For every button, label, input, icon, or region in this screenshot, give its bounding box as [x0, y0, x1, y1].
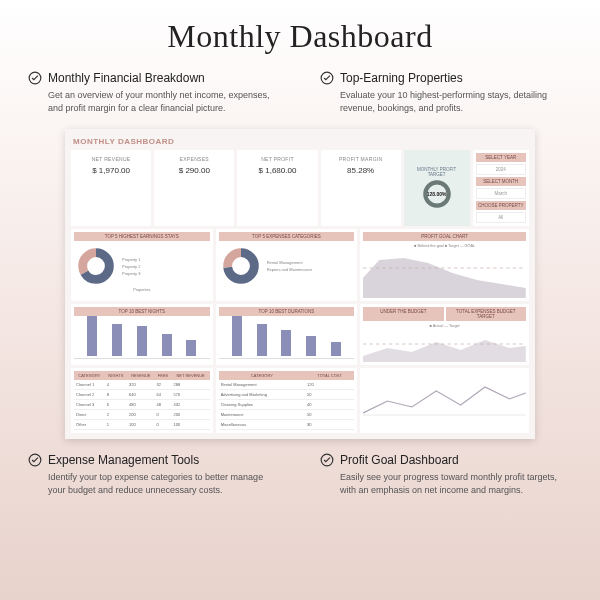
feature-title: Expense Management Tools — [48, 453, 199, 467]
table-row: Cleaning Supplies40 — [219, 400, 355, 410]
table-row: Direct22000200 — [74, 410, 210, 420]
feature-block: Profit Goal Dashboard Easily see your pr… — [320, 453, 572, 497]
trend-panel — [360, 368, 529, 433]
check-icon — [320, 453, 334, 467]
table-row: Rental Management120 — [219, 380, 355, 390]
bookings-table: CATEGORYNIGHTSREVENUEFEESNET REVENUE Cha… — [71, 368, 213, 433]
kpi-card: NET REVENUE$ 1,970.00 — [71, 150, 151, 226]
donut-panel: TOP 5 HIGHEST EARNINGS STAYS Property 1 … — [71, 229, 213, 301]
check-icon — [320, 71, 334, 85]
check-icon — [28, 71, 42, 85]
feature-desc: Get an overview of your monthly net inco… — [48, 89, 280, 115]
property-select[interactable]: All — [476, 212, 527, 223]
check-icon — [28, 453, 42, 467]
feature-desc: Easily see your progress toward monthly … — [340, 471, 572, 497]
gauge-icon: 128.00% — [422, 179, 452, 209]
table-row: Other11000100 — [74, 420, 210, 430]
feature-title: Top-Earning Properties — [340, 71, 463, 85]
dashboard-preview: MONTHLY DASHBOARD NET REVENUE$ 1,970.00 … — [65, 129, 535, 439]
table-row: Maintenance50 — [219, 410, 355, 420]
feature-title: Profit Goal Dashboard — [340, 453, 459, 467]
area-chart — [363, 248, 526, 298]
feature-title: Monthly Financial Breakdown — [48, 71, 205, 85]
table-row: Channel 3648048432 — [74, 400, 210, 410]
month-select[interactable]: March — [476, 188, 527, 199]
profit-chart-panel: PROFIT GOAL CHART ■ Behind the goal ■ Ta… — [360, 229, 529, 301]
budget-panel: UNDER THE BUDGETTOTAL EXPENSES BUDGET TA… — [360, 304, 529, 365]
kpi-card: EXPENSES$ 290.00 — [154, 150, 234, 226]
bar-panel: TOP 10 BEST NIGHTS — [71, 304, 213, 365]
table-row: Channel 1432032288 — [74, 380, 210, 390]
expenses-table: CATEGORYTOTAL COST Rental Management120 … — [216, 368, 358, 433]
kpi-card: NET PROFIT$ 1,680.00 — [237, 150, 317, 226]
area-chart — [363, 328, 526, 362]
line-chart — [363, 371, 526, 417]
feature-block: Expense Management Tools Identify your t… — [28, 453, 280, 497]
feature-block: Top-Earning Properties Evaluate your 10 … — [320, 71, 572, 115]
kpi-row: NET REVENUE$ 1,970.00 EXPENSES$ 290.00 N… — [71, 150, 529, 226]
bar-panel: TOP 10 BEST DURATIONS — [216, 304, 358, 365]
dashboard-header: MONTHLY DASHBOARD — [71, 135, 529, 150]
features-bottom: Expense Management Tools Identify your t… — [28, 453, 572, 497]
kpi-card: PROFIT MARGIN85.28% — [321, 150, 401, 226]
page-title: Monthly Dashboard — [28, 18, 572, 55]
table-row: Channel 2864064576 — [74, 390, 210, 400]
table-row: Advertising and Marketing50 — [219, 390, 355, 400]
target-card: MONTHLY PROFIT TARGET 128.00% — [404, 150, 470, 226]
donut-icon — [221, 246, 261, 286]
year-select[interactable]: 2024 — [476, 164, 527, 175]
donut-icon — [76, 246, 116, 286]
features-top: Monthly Financial Breakdown Get an overv… — [28, 71, 572, 115]
table-row: Miscellaneous30 — [219, 420, 355, 430]
feature-desc: Identify your top expense categories to … — [48, 471, 280, 497]
feature-block: Monthly Financial Breakdown Get an overv… — [28, 71, 280, 115]
donut-panel: TOP 5 EXPENSES CATEGORIES Rental Managem… — [216, 229, 358, 301]
selector-card: SELECT YEAR 2024 SELECT MONTH March CHOO… — [473, 150, 530, 226]
feature-desc: Evaluate your 10 highest-performing stay… — [340, 89, 572, 115]
